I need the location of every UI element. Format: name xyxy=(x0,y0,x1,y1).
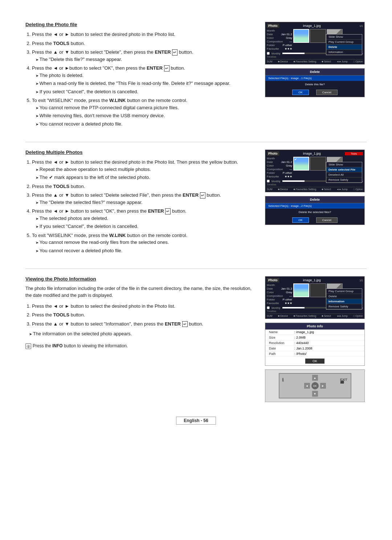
nav-up-btn[interactable]: ▲ xyxy=(312,375,318,381)
bottom-bar-1: SUM ■ Device ■ Favourites Setting ■ Sele… xyxy=(267,59,363,63)
photo-info-size-key: Size xyxy=(269,336,294,339)
pref-monthly-3: Monthly xyxy=(271,307,281,309)
step-5: To exit "WISELINK" mode, press the W.LIN… xyxy=(32,97,254,127)
menu-play-group-3: Play Current Group xyxy=(326,289,362,294)
pref-checkbox-2[interactable] xyxy=(267,180,270,183)
photo-label-2: Photo xyxy=(267,151,279,156)
dialog-cancel-1[interactable]: Cancel xyxy=(316,90,338,95)
steps-view-info: Press the ◄ or ► button to select the de… xyxy=(32,303,254,328)
photo-info-size-row: Size : 2.0MB xyxy=(265,335,364,340)
sum-2: SUM xyxy=(267,188,273,191)
photo-info-path-val: : /Photo/ xyxy=(294,352,307,356)
sum-3: SUM xyxy=(267,315,273,317)
photo-info-panel-1: Month DateJan 01.2 ColorGray Composition… xyxy=(267,29,292,51)
view-info-note-1: The information on the selected photo ap… xyxy=(29,330,254,338)
photo-ui-screenshot-3: Photo image_1.jpg 1/1 Month DateJan 01.2… xyxy=(265,276,365,319)
photo-info-path-key: Path xyxy=(269,352,294,356)
dialog-ok-2[interactable]: OK xyxy=(292,217,309,223)
photo-info-title: Photo Info xyxy=(265,323,364,330)
divider-1 xyxy=(25,142,367,142)
photo-info-panel-2: Month DateJan 01.2 ColorGray Composition… xyxy=(267,157,292,179)
multi-note-1-2: The ✔ mark appears to the left of the se… xyxy=(36,174,254,181)
multi-note-3-1: The "Delete the selected files?" message… xyxy=(36,199,254,206)
fav-3: ■ Favourites Setting xyxy=(293,315,316,317)
nav-cross: ▲ ▼ ◄ ► OK xyxy=(304,375,326,397)
page-info-3: 1/1 xyxy=(345,279,363,282)
multi-step-1: Press the ◄ or ► button to select the de… xyxy=(32,159,254,181)
menu-play-group-1: Play Current Group xyxy=(326,40,362,45)
dialog-ok-1[interactable]: OK xyxy=(292,90,309,95)
photo-info-resolution-row: Resolution : 440x440 xyxy=(265,340,364,346)
photo-ui-screenshot-1: Photo image_1.jpg 1/1 Month DateJan 01.2… xyxy=(265,22,365,65)
dialog-cancel-2[interactable]: Cancel xyxy=(316,217,338,223)
section-view-photo-info: Viewing the Photo Information The photo … xyxy=(25,276,367,402)
exit-label: EXIT ⬛ xyxy=(340,376,349,384)
photo-info-ok-area: OK xyxy=(265,357,364,365)
nav-right-btn[interactable]: ► xyxy=(320,383,326,389)
dialog-title-1: Delete xyxy=(265,69,364,75)
photo-info-ok-btn[interactable]: OK xyxy=(305,359,324,364)
thumb-2-2 xyxy=(310,157,326,171)
content-view-info: Viewing the Photo Information The photo … xyxy=(25,276,254,402)
select-2: ■ Select xyxy=(322,188,331,191)
photo-info-box: Photo Info Name : image_1.jpg Size : 2.0… xyxy=(265,323,365,366)
thumb-2-1: ✔ xyxy=(293,157,309,171)
photo-ui-screenshot-2: Photo image_1.jpg Tools Month DateJan 01… xyxy=(265,150,365,192)
divider-2 xyxy=(25,269,367,269)
note-4-1: The photo is deleted. xyxy=(36,72,254,79)
jump-3: ◄►Jump xyxy=(336,315,348,317)
multi-note-5-2: You cannot recover a deleted photo file. xyxy=(36,247,254,254)
timeline-label-2: Timeline xyxy=(267,183,363,186)
pref-monthly-2: Monthly xyxy=(271,180,281,183)
option-2: □ Option xyxy=(353,188,363,191)
nav-down-btn[interactable]: ▼ xyxy=(312,391,318,397)
multi-step-4: Press the ◄ or ► button to select "OK", … xyxy=(32,208,254,230)
device-1: ■ Device xyxy=(278,60,288,63)
jump-1: ◄►Jump xyxy=(336,60,348,63)
footer-text: English - 56 xyxy=(176,417,216,425)
nav-left-btn[interactable]: ◄ xyxy=(304,383,310,389)
note-5-3: You cannot recover a deleted photo file. xyxy=(36,120,254,128)
multi-step-3: Press the ▲ or ▼ button to select "Delet… xyxy=(32,192,254,206)
note-3-1: The "Delete this file?" message appear. xyxy=(36,56,254,63)
menu-remove-safely-3: Remove Safely xyxy=(326,304,362,309)
jump-2: ◄►Jump xyxy=(336,188,348,191)
dialog-buttons-2: OK Cancel xyxy=(265,216,364,225)
select-3: ■ Select xyxy=(322,315,331,317)
nav-ok-btn[interactable]: OK xyxy=(311,382,319,389)
page-info-1: 1/1 xyxy=(345,25,363,27)
context-menu-1: Slide Show Play Current Group Delete Inf… xyxy=(326,34,362,55)
multi-step-5: To exit "WISELINK" mode, press the W.LIN… xyxy=(32,232,254,254)
intro-text: The photo file information including the… xyxy=(25,285,254,299)
photo-info-path-row: Path : /Photo/ xyxy=(265,351,364,357)
note-4-2: When a read-only file is deleted, the "T… xyxy=(36,80,254,87)
step-2: Press the TOOLS button. xyxy=(32,40,254,47)
info-step-1: Press the ◄ or ► button to select the de… xyxy=(32,303,254,310)
menu-remove-safely-2: Remove Safely xyxy=(326,177,362,183)
remote-inner: ℹ ▲ ▼ ◄ ► OK EXIT ⬛ xyxy=(279,373,351,398)
bottom-bar-2: SUM ■ Device ■ Favourites Setting ■ Sele… xyxy=(267,187,363,191)
dialog-message-2: Delete the selected files? xyxy=(265,209,364,216)
note-5-1: You cannot remove the PTP-connected digi… xyxy=(36,104,254,111)
multi-note-5-1: You cannot remove the read-only files fr… xyxy=(36,239,254,246)
context-menu-3: Play Current Group Delete Information Re… xyxy=(326,289,362,310)
multi-step-2: Press the TOOLS button. xyxy=(32,183,254,190)
menu-delete-1: Delete xyxy=(326,45,362,50)
images-delete-multiple: Photo image_1.jpg Tools Month DateJan 01… xyxy=(265,150,367,257)
pref-checkbox-1[interactable] xyxy=(267,52,270,55)
svg-text:⬛: ⬛ xyxy=(340,380,344,384)
multi-note-1-1: Repeat the above operation to select mul… xyxy=(36,166,254,173)
step-3: Press the ▲ or ▼ button to select "Delet… xyxy=(32,49,254,63)
photo-label-3: Photo xyxy=(267,278,279,282)
filename-1: image_1.jpg xyxy=(279,24,345,28)
photo-label-1: Photo xyxy=(267,24,279,28)
delete-dialog-1: Delete Selected File(s) : image...1 File… xyxy=(265,68,365,97)
pref-checkbox-3[interactable] xyxy=(267,306,270,309)
option-1: □ Option xyxy=(353,60,363,63)
timeline-label-3: Timeline xyxy=(267,310,363,312)
delete-dialog-2: Delete Selected File(s) : image...2 File… xyxy=(265,196,365,225)
timeline-label-1: Timeline xyxy=(267,56,363,58)
step-4: Press the ◄ or ►button to select "OK", t… xyxy=(32,65,254,95)
images-view-info: Photo image_1.jpg 1/1 Month DateJan 01.2… xyxy=(265,276,367,402)
menu-delete-3: Delete xyxy=(326,294,362,299)
